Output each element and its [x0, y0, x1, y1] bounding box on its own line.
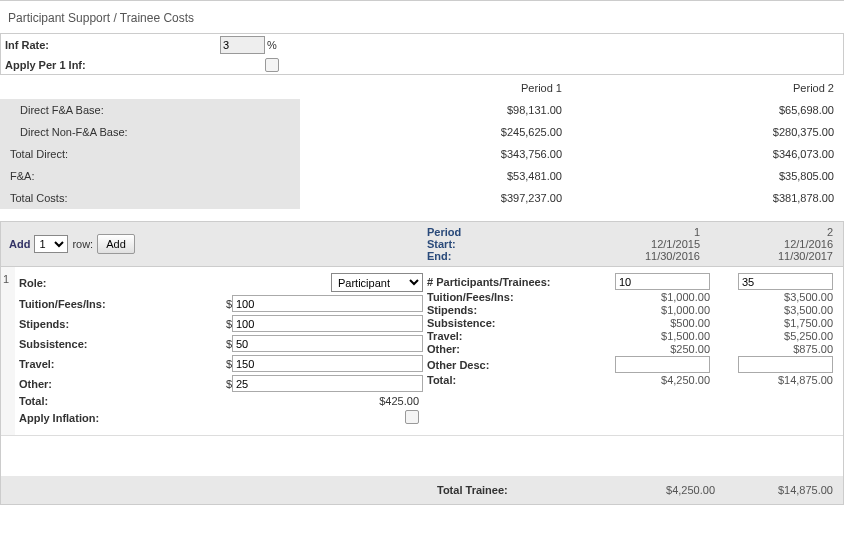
apply-inflation-label: Apply Inflation:	[19, 412, 224, 424]
total-trainee-p2: $14,875.00	[715, 484, 833, 496]
stipends-input[interactable]	[232, 315, 423, 332]
period2-header: Period 2	[572, 77, 844, 99]
r-subsistence-label: Subsistence:	[427, 317, 587, 329]
travel-input[interactable]	[232, 355, 423, 372]
summary-table: Period 1 Period 2 Direct F&A Base:$98,13…	[0, 77, 844, 209]
end-label: End:	[427, 250, 567, 262]
r-tuition-label: Tuition/Fees/Ins:	[427, 291, 587, 303]
p1-other-desc-input[interactable]	[615, 356, 710, 373]
tuition-label: Tuition/Fees/Ins:	[19, 298, 224, 310]
other-label: Other:	[19, 378, 224, 390]
add-button[interactable]: Add	[97, 234, 135, 254]
row-total-direct: Total Direct:	[0, 143, 300, 165]
tuition-input[interactable]	[232, 295, 423, 312]
apply-per1-checkbox[interactable]	[265, 58, 279, 72]
role-label: Role:	[19, 277, 224, 289]
role-select[interactable]: Participant	[331, 273, 423, 292]
trainee-panel: Add 1 row: Add Period 1 2 Start: 12/1/20…	[0, 221, 844, 505]
inf-rate-label: Inf Rate:	[5, 39, 220, 51]
period2-start: 12/1/2016	[700, 238, 833, 250]
start-label: Start:	[427, 238, 567, 250]
period1-header: Period 1	[300, 77, 572, 99]
period1-end: 11/30/2016	[567, 250, 700, 262]
inf-rate-input[interactable]	[220, 36, 265, 54]
row-label: row:	[72, 238, 93, 250]
r-other-label: Other:	[427, 343, 587, 355]
r-stipends-label: Stipends:	[427, 304, 587, 316]
inflation-bar: Inf Rate: % Apply Per 1 Inf:	[0, 33, 844, 75]
subsistence-input[interactable]	[232, 335, 423, 352]
apply-inflation-checkbox[interactable]	[405, 410, 419, 424]
stipends-label: Stipends:	[19, 318, 224, 330]
p1-participants-input[interactable]	[615, 273, 710, 290]
row-number: 1	[1, 267, 15, 435]
row-fa: F&A:	[0, 165, 300, 187]
p2-other-desc-input[interactable]	[738, 356, 833, 373]
total-trainee-label: Total Trainee:	[437, 484, 597, 496]
r-total-label: Total:	[427, 374, 587, 386]
subsistence-label: Subsistence:	[19, 338, 224, 350]
row-direct-nonfa-base: Direct Non-F&A Base:	[0, 121, 300, 143]
participants-label: # Participants/Trainees:	[427, 276, 587, 288]
other-input[interactable]	[232, 375, 423, 392]
p2-participants-input[interactable]	[738, 273, 833, 290]
period2-end: 11/30/2017	[700, 250, 833, 262]
add-count-select[interactable]: 1	[34, 235, 68, 253]
period1-num: 1	[567, 226, 700, 238]
travel-label: Travel:	[19, 358, 224, 370]
entry-total-label: Total:	[19, 395, 224, 407]
period1-start: 12/1/2015	[567, 238, 700, 250]
row-direct-fa-base: Direct F&A Base:	[0, 99, 300, 121]
total-trainee-p1: $4,250.00	[597, 484, 715, 496]
apply-per1-label: Apply Per 1 Inf:	[5, 59, 220, 71]
row-total-costs: Total Costs:	[0, 187, 300, 209]
entry-total-value: $425.00	[224, 395, 423, 407]
section-title: Participant Support / Trainee Costs	[0, 0, 844, 33]
other-desc-label: Other Desc:	[427, 359, 587, 371]
add-label: Add	[9, 238, 30, 250]
period2-num: 2	[700, 226, 833, 238]
percent-sign: %	[267, 39, 277, 51]
r-travel-label: Travel:	[427, 330, 587, 342]
period-label: Period	[427, 226, 567, 238]
